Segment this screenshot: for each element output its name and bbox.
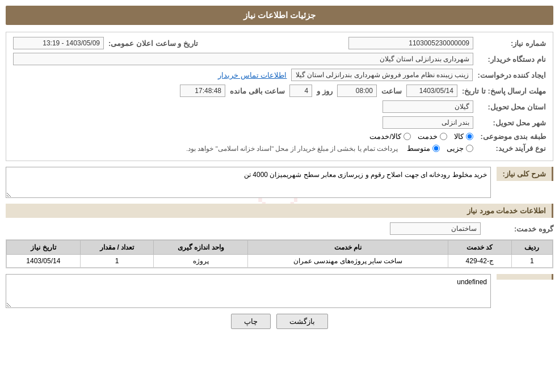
col-header-unit: واحد اندازه گیری	[154, 241, 248, 255]
province-label: استان محل تحویل:	[478, 103, 546, 111]
radio-khedmat-label: خدمت	[418, 132, 438, 141]
buyer-org-input[interactable]	[13, 53, 473, 65]
response-days-input[interactable]	[289, 85, 312, 97]
buttons-row: بازگشت چاپ	[6, 314, 553, 329]
radio-kala: کالا	[454, 132, 473, 141]
radio-motavasset: متوسط	[407, 144, 440, 153]
description-section-title: شرح کلی نیاز:	[497, 167, 553, 181]
col-header-row: ردیف	[511, 241, 552, 255]
main-form: شماره نیاز: تاریخ و ساعت اعلان عمومی: نا…	[6, 32, 553, 161]
radio-khedmat-input[interactable]	[440, 133, 447, 140]
cell-quantity: 1	[80, 255, 154, 268]
description-section: شرح کلی نیاز:	[6, 167, 553, 198]
radio-motavasset-input[interactable]	[432, 145, 440, 152]
col-header-code: کد خدمت	[448, 241, 511, 255]
creator-label: ایجاد کننده درخواست:	[477, 71, 546, 79]
service-group-label: گروه خدمت:	[485, 225, 553, 233]
radio-kala-khedmat-input[interactable]	[404, 133, 411, 140]
row-creator: ایجاد کننده درخواست: اطلاعات تماس خریدار	[13, 69, 546, 81]
purchase-type-radio-group: جزیی متوسط	[407, 144, 473, 153]
col-header-date: تاریخ نیاز	[7, 241, 81, 255]
request-number-input[interactable]	[348, 37, 473, 49]
radio-jozi: جزیی	[447, 144, 473, 153]
row-category: طبقه بندی موضوعی: کالا خدمت کالا/خدمت	[13, 132, 546, 141]
response-date-input[interactable]	[406, 85, 457, 97]
radio-motavasset-label: متوسط	[407, 144, 430, 153]
category-label: طبقه بندی موضوعی:	[478, 132, 546, 141]
buyer-notes-textarea[interactable]	[6, 274, 491, 308]
buyer-notes-label	[497, 274, 553, 280]
radio-kala-input[interactable]	[466, 133, 473, 140]
description-textarea[interactable]	[6, 167, 491, 198]
radio-jozi-label: جزیی	[447, 144, 464, 153]
request-number-label: شماره نیاز:	[478, 39, 546, 48]
category-radio-group: کالا خدمت کالا/خدمت	[369, 132, 473, 141]
row-response-deadline: مهلت ارسال پاسخ: تا تاریخ: ساعت روز و سا…	[13, 85, 546, 97]
back-button[interactable]: بازگشت	[276, 314, 328, 329]
cell-code: ج-42-429	[448, 255, 511, 268]
row-purchase-type: نوع فرآیند خرید: جزیی متوسط پرداخت تمام …	[13, 144, 546, 153]
buyer-org-label: نام دستگاه خریدار:	[478, 55, 546, 64]
response-remaining-input[interactable]	[180, 85, 225, 97]
service-group-input[interactable]	[390, 222, 481, 235]
response-time-input[interactable]	[337, 85, 377, 97]
radio-khedmat: خدمت	[418, 132, 447, 141]
purchase-type-note: پرداخت تمام یا بخشی از مبلغ خریدار از مح…	[186, 145, 398, 153]
services-section-title: اطلاعات خدمات مورد نیاز	[6, 204, 553, 218]
radio-kala-khedmat: کالا/خدمت	[369, 132, 411, 141]
page-wrapper: 🛡 جزئیات اطلاعات نیاز شماره نیاز: تاریخ …	[0, 0, 559, 392]
response-time-label: ساعت	[381, 87, 402, 95]
row-province: استان محل تحویل:	[13, 100, 546, 113]
page-title: جزئیات اطلاعات نیاز	[6, 6, 553, 25]
cell-date: 1403/05/14	[7, 255, 81, 268]
city-input[interactable]	[383, 116, 473, 129]
services-table: ردیف کد خدمت نام خدمت واحد اندازه گیری ت…	[6, 240, 553, 268]
print-button[interactable]: چاپ	[231, 314, 271, 329]
row-buyer-org: نام دستگاه خریدار:	[13, 53, 546, 65]
creator-input[interactable]	[291, 69, 473, 81]
row-city: شهر محل تحویل:	[13, 116, 546, 129]
creator-link[interactable]: اطلاعات تماس خریدار	[218, 71, 287, 79]
table-row: 1 ج-42-429 ساخت سایر پروژه‌های مهندسی عم…	[7, 255, 553, 268]
response-remaining-label: ساعت باقی مانده	[230, 87, 285, 95]
purchase-type-label: نوع فرآیند خرید:	[478, 144, 546, 153]
buyer-notes-section	[6, 274, 553, 308]
radio-kala-khedmat-label: کالا/خدمت	[369, 132, 401, 141]
row-service-group: گروه خدمت:	[6, 222, 553, 235]
response-days-label: روز و	[317, 87, 333, 95]
cell-row: 1	[511, 255, 552, 268]
city-label: شهر محل تحویل:	[478, 119, 546, 127]
province-input[interactable]	[383, 100, 473, 113]
radio-kala-label: کالا	[454, 132, 464, 141]
services-table-container: ردیف کد خدمت نام خدمت واحد اندازه گیری ت…	[6, 239, 553, 268]
cell-unit: پروژه	[154, 255, 248, 268]
col-header-name: نام خدمت	[248, 241, 448, 255]
radio-jozi-input[interactable]	[466, 145, 473, 152]
cell-name: ساخت سایر پروژه‌های مهندسی عمران	[248, 255, 448, 268]
row-request-number: شماره نیاز: تاریخ و ساعت اعلان عمومی:	[13, 37, 546, 49]
date-input[interactable]	[13, 37, 104, 49]
col-header-qty: تعداد / مقدار	[80, 241, 154, 255]
response-deadline-label: مهلت ارسال پاسخ: تا تاریخ:	[462, 87, 546, 95]
date-label: تاریخ و ساعت اعلان عمومی:	[108, 39, 198, 48]
